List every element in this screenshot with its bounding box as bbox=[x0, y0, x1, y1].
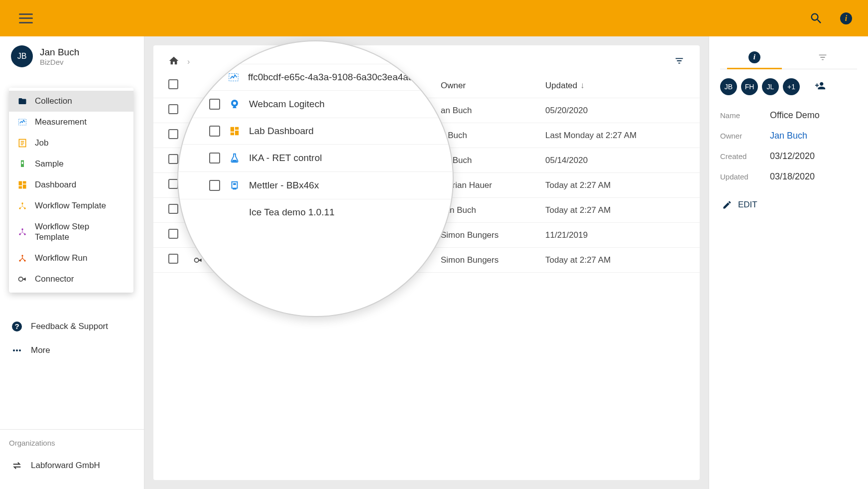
workflow-step-icon bbox=[17, 226, 28, 237]
svg-point-33 bbox=[195, 258, 199, 262]
row-checkbox[interactable] bbox=[209, 153, 220, 163]
select-all-checkbox[interactable] bbox=[168, 79, 178, 89]
row-checkbox[interactable] bbox=[168, 229, 178, 239]
menu-item-label: Workflow Run bbox=[35, 253, 125, 263]
svg-point-21 bbox=[19, 277, 23, 281]
detail-tab-info[interactable]: i bbox=[720, 45, 789, 69]
user-chip[interactable]: FH bbox=[741, 78, 758, 95]
row-checkbox[interactable] bbox=[168, 179, 178, 189]
magnifier-overlay: ffc0bcdf-e65c-4a3a-9108-6a30c3ea4ad5 Web… bbox=[177, 40, 454, 317]
row-checkbox[interactable] bbox=[209, 126, 220, 137]
svg-rect-42 bbox=[233, 183, 236, 185]
sample-icon bbox=[17, 159, 28, 169]
row-owner: Simon Bungers bbox=[441, 230, 545, 240]
column-header-owner[interactable]: Owner bbox=[441, 81, 545, 91]
menu-item-job[interactable]: Job bbox=[9, 133, 133, 154]
row-updated: 11/21/2019 bbox=[545, 230, 685, 240]
add-user-button[interactable] bbox=[814, 80, 827, 93]
menu-item-collection[interactable]: Collection bbox=[9, 91, 133, 112]
detail-tab-filter[interactable] bbox=[789, 45, 858, 69]
job-icon bbox=[17, 138, 28, 149]
row-checkbox[interactable] bbox=[168, 104, 178, 114]
user-chip[interactable]: JB bbox=[720, 78, 737, 95]
user-block[interactable]: JB Jan Buch BizDev bbox=[0, 36, 144, 76]
dashboard-icon bbox=[17, 179, 28, 190]
menu-item-workflow-step[interactable]: Workflow Step Template bbox=[9, 216, 133, 248]
hamburger-menu-button[interactable] bbox=[19, 13, 33, 23]
menu-item-workflow-template[interactable]: Workflow Template bbox=[9, 195, 133, 216]
row-owner: Simon Bungers bbox=[441, 255, 545, 265]
workflow-template-icon bbox=[17, 200, 28, 211]
row-checkbox[interactable] bbox=[209, 180, 220, 191]
prop-value-owner-link[interactable]: Jan Buch bbox=[770, 131, 857, 141]
detail-prop-created: Created 03/12/2020 bbox=[720, 146, 857, 166]
sidebar-item-more[interactable]: More bbox=[0, 338, 144, 362]
menu-item-label: Collection bbox=[35, 96, 125, 106]
magnifier-row: Ice Tea demo 1.0.11 bbox=[178, 199, 453, 225]
menu-item-dashboard[interactable]: Dashboard bbox=[9, 174, 133, 195]
edit-button-label: EDIT bbox=[738, 200, 757, 210]
row-checkbox[interactable] bbox=[168, 129, 178, 139]
svg-rect-43 bbox=[233, 188, 236, 190]
flask-icon bbox=[228, 152, 241, 164]
menu-item-label: Workflow Step Template bbox=[35, 221, 125, 243]
detail-prop-name: Name Office Demo bbox=[720, 105, 857, 126]
row-updated: Last Monday at 2:27 AM bbox=[545, 131, 685, 141]
measurement-icon bbox=[17, 117, 28, 128]
row-checkbox[interactable] bbox=[168, 204, 178, 214]
filter-button[interactable] bbox=[674, 55, 685, 68]
prop-label: Owner bbox=[720, 132, 770, 140]
user-chip[interactable]: JL bbox=[762, 78, 779, 95]
home-icon bbox=[168, 55, 179, 66]
menu-item-connector[interactable]: Connector bbox=[9, 269, 133, 290]
swap-icon bbox=[11, 460, 23, 471]
sidebar-item-organization[interactable]: Labforward GmbH bbox=[0, 454, 144, 477]
header-info-button[interactable]: i bbox=[836, 8, 856, 28]
detail-prop-owner: Owner Jan Buch bbox=[720, 126, 857, 146]
webcam-icon bbox=[228, 98, 241, 110]
column-header-updated[interactable]: Updated↓ bbox=[545, 81, 685, 91]
menu-item-label: Measurement bbox=[35, 117, 125, 127]
organization-name: Labforward GmbH bbox=[31, 461, 100, 471]
detail-users: JB FH JL +1 bbox=[720, 69, 857, 99]
prop-label: Created bbox=[720, 152, 770, 161]
row-owner: an Buch bbox=[441, 106, 545, 116]
breadcrumb-home[interactable] bbox=[168, 55, 179, 68]
svg-text:?: ? bbox=[14, 322, 19, 330]
svg-point-15 bbox=[21, 229, 23, 230]
row-checkbox[interactable] bbox=[209, 99, 220, 110]
svg-rect-11 bbox=[19, 186, 22, 189]
breadcrumb-separator: › bbox=[187, 57, 190, 66]
menu-item-label: Sample bbox=[35, 159, 125, 169]
folder-icon bbox=[17, 96, 28, 107]
svg-point-24 bbox=[13, 349, 15, 351]
svg-rect-8 bbox=[19, 181, 22, 185]
add-user-icon bbox=[814, 80, 827, 91]
sidebar-item-feedback[interactable]: ? Feedback & Support bbox=[0, 315, 144, 338]
magnifier-row: IKA - RET control bbox=[178, 145, 453, 172]
row-checkbox[interactable] bbox=[168, 154, 178, 164]
filter-icon bbox=[817, 52, 828, 63]
row-checkbox[interactable] bbox=[168, 254, 178, 264]
more-icon bbox=[11, 344, 23, 356]
menu-item-workflow-run[interactable]: Workflow Run bbox=[9, 248, 133, 269]
menu-item-measurement[interactable]: Measurement bbox=[9, 112, 133, 133]
search-button[interactable] bbox=[806, 8, 826, 28]
prop-value: Office Demo bbox=[770, 110, 857, 121]
app-header: i bbox=[0, 0, 868, 36]
svg-point-36 bbox=[233, 102, 236, 105]
detail-prop-updated: Updated 03/18/2020 bbox=[720, 166, 857, 187]
edit-button[interactable]: EDIT bbox=[720, 196, 857, 214]
user-chip-more[interactable]: +1 bbox=[783, 78, 800, 95]
row-updated: Today at 2:27 AM bbox=[545, 180, 685, 190]
magnifier-row-name: Webcam Logitech bbox=[249, 99, 325, 110]
measurement-icon bbox=[227, 72, 240, 83]
menu-item-label: Job bbox=[35, 138, 125, 148]
prop-label: Name bbox=[720, 111, 770, 120]
row-updated: 05/14/2020 bbox=[545, 156, 685, 165]
menu-item-label: Connector bbox=[35, 274, 125, 284]
menu-item-sample[interactable]: Sample bbox=[9, 154, 133, 174]
svg-point-26 bbox=[19, 349, 21, 351]
svg-point-12 bbox=[21, 202, 23, 204]
magnifier-row: Mettler - BBx46x bbox=[178, 172, 453, 199]
